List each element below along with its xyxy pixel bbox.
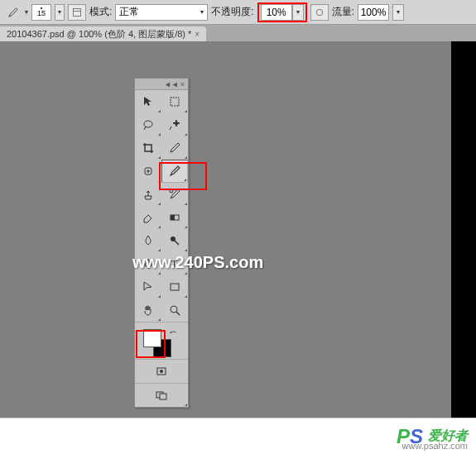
eyedropper-tool[interactable] <box>161 136 188 160</box>
flow-input[interactable]: 100% <box>358 4 389 21</box>
shape-tool[interactable] <box>161 275 188 299</box>
marquee-tool[interactable] <box>161 90 188 113</box>
canvas-black-edge <box>451 41 476 418</box>
history-brush-tool[interactable] <box>161 183 188 206</box>
screen-mode-toggle[interactable] <box>135 384 188 407</box>
flow-dropdown[interactable]: ▾ <box>392 4 404 21</box>
document-tab[interactable]: 20104367.psd @ 100% (色阶 4, 图层蒙版/8) * × <box>0 26 206 41</box>
svg-rect-16 <box>160 394 166 399</box>
opacity-dropdown[interactable]: ▾ <box>292 4 304 21</box>
dodge-tool[interactable] <box>161 229 188 252</box>
zoom-tool[interactable] <box>161 299 188 322</box>
svg-point-2 <box>316 9 323 16</box>
svg-rect-0 <box>74 8 81 16</box>
blend-mode-value: 正常 <box>119 5 139 19</box>
foreground-color[interactable] <box>143 329 161 347</box>
flow-label: 流量: <box>332 5 354 19</box>
svg-point-4 <box>144 121 152 127</box>
lasso-tool[interactable] <box>135 113 161 136</box>
tab-close-icon[interactable]: × <box>195 30 200 39</box>
crop-tool[interactable] <box>135 136 161 160</box>
options-bar: ▾ 15 ▾ 模式: 正常 ▾ 不透明度: 10% ▾ 流量: 100% ▾ <box>0 0 476 25</box>
blur-tool[interactable] <box>135 229 161 252</box>
tool-preset-chevron[interactable]: ▾ <box>25 8 28 16</box>
footer-url: www.psahz.com <box>402 441 468 451</box>
swap-colors-icon[interactable]: ⤺ <box>170 327 176 337</box>
tools-panel: ◄◄ × T ⤺ <box>134 78 189 408</box>
brush-preset-dropdown[interactable]: ▾ <box>55 4 65 21</box>
opacity-input[interactable]: 10% <box>261 4 292 21</box>
healing-brush-tool[interactable] <box>135 160 161 183</box>
footer: PS 爱好者 www.psahz.com <box>0 418 476 454</box>
clone-stamp-tool[interactable] <box>135 183 161 206</box>
svg-rect-3 <box>171 98 179 106</box>
hand-tool[interactable] <box>135 299 161 322</box>
brush-size-preview[interactable]: 15 <box>31 4 51 21</box>
brush-tool-icon[interactable] <box>5 4 22 21</box>
color-swatch-area: ⤺ <box>135 323 188 359</box>
quick-mask-toggle[interactable] <box>135 360 188 383</box>
svg-rect-8 <box>171 215 175 220</box>
eraser-tool[interactable] <box>135 206 161 229</box>
magic-wand-tool[interactable] <box>161 113 188 136</box>
close-icon[interactable]: × <box>180 80 185 88</box>
opacity-highlight: 10% ▾ <box>257 2 307 22</box>
tab-title: 20104367.psd @ 100% (色阶 4, 图层蒙版/8) * <box>7 28 191 41</box>
document-tabbar: 20104367.psd @ 100% (色阶 4, 图层蒙版/8) * × <box>0 25 476 41</box>
opacity-label: 不透明度: <box>211 5 253 19</box>
svg-point-12 <box>171 306 177 313</box>
brush-tool[interactable] <box>161 160 188 183</box>
path-selection-tool[interactable] <box>135 275 161 299</box>
gradient-tool[interactable] <box>161 206 188 229</box>
collapse-icon[interactable]: ◄◄ <box>164 80 179 88</box>
blend-mode-dropdown[interactable]: 正常 ▾ <box>115 4 208 21</box>
svg-point-14 <box>160 370 163 373</box>
brush-size-value: 15 <box>37 10 46 17</box>
pressure-opacity-toggle[interactable] <box>310 4 329 21</box>
watermark-text: www.240PS.com <box>132 253 263 272</box>
svg-point-6 <box>170 189 173 193</box>
brush-panel-toggle[interactable] <box>68 4 86 21</box>
svg-rect-11 <box>171 284 179 290</box>
tools-panel-header[interactable]: ◄◄ × <box>135 79 188 90</box>
mode-label: 模式: <box>89 5 112 19</box>
move-tool[interactable] <box>135 90 161 113</box>
